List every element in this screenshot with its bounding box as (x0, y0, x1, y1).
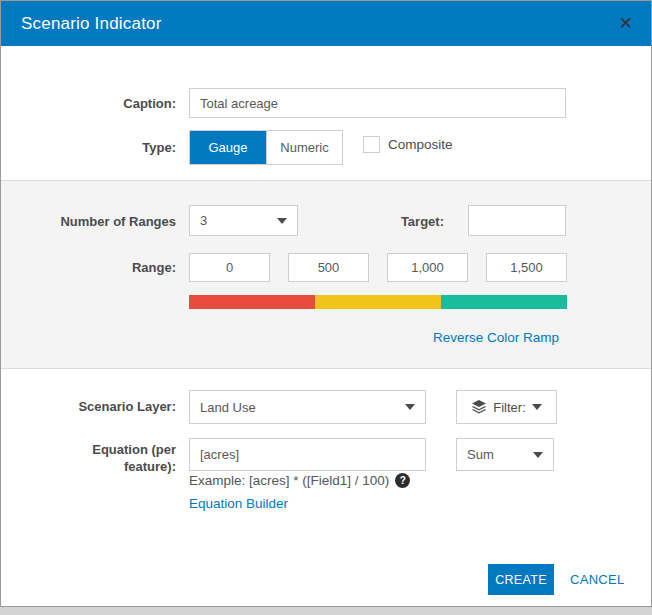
color-ramp-segment-green (441, 295, 567, 309)
color-ramp-segment-yellow (315, 295, 441, 309)
equation-example-row: Example: [acres] * ([Field1] / 100) ? (189, 473, 410, 488)
color-ramp-segment-red (189, 295, 315, 309)
range-input-3[interactable] (387, 253, 468, 282)
number-of-ranges-value: 3 (200, 213, 207, 228)
equation-input[interactable] (189, 438, 426, 471)
composite-label: Composite (388, 136, 453, 153)
type-option-gauge[interactable]: Gauge (190, 131, 266, 164)
layers-icon (471, 399, 487, 415)
create-button[interactable]: CREATE (488, 564, 554, 595)
dialog-header: Scenario Indicator ✕ (1, 1, 651, 46)
help-icon[interactable]: ? (395, 473, 410, 488)
close-icon[interactable]: ✕ (615, 1, 637, 46)
scenario-layer-label: Scenario Layer: (1, 390, 176, 424)
composite-checkbox[interactable] (363, 136, 380, 153)
scenario-layer-select[interactable]: Land Use (189, 390, 426, 424)
scenario-indicator-dialog: Scenario Indicator ✕ Caption: Type: Gaug… (0, 0, 652, 607)
dialog-title: Scenario Indicator (21, 1, 162, 46)
target-label: Target: (331, 206, 444, 237)
caption-input[interactable] (189, 88, 566, 118)
aggregation-select[interactable]: Sum (456, 438, 554, 471)
chevron-down-icon (533, 452, 543, 458)
equation-example-text: Example: [acres] * ([Field1] / 100) (189, 473, 389, 488)
range-input-2[interactable] (288, 253, 369, 282)
caption-label: Caption: (1, 89, 176, 118)
color-ramp (189, 295, 567, 309)
page: { "colors": { "accent": "#0079c1", "ramp… (0, 0, 652, 615)
range-label: Range: (1, 253, 176, 282)
chevron-down-icon (405, 404, 415, 410)
filter-button-label: Filter: (493, 400, 526, 415)
type-label: Type: (1, 131, 176, 164)
number-of-ranges-label: Number of Ranges (1, 206, 176, 237)
scenario-layer-value: Land Use (200, 400, 256, 415)
chevron-down-icon (532, 404, 542, 410)
equation-label: Equation (per feature): (56, 441, 176, 475)
reverse-color-ramp-link[interactable]: Reverse Color Ramp (433, 330, 559, 345)
range-input-1[interactable] (189, 253, 270, 282)
number-of-ranges-select[interactable]: 3 (189, 205, 298, 236)
reverse-color-ramp-wrap: Reverse Color Ramp (189, 328, 567, 346)
cancel-button[interactable]: CANCEL (570, 564, 625, 595)
type-option-numeric[interactable]: Numeric (266, 131, 342, 164)
target-input[interactable] (468, 205, 566, 236)
range-input-4[interactable] (486, 253, 567, 282)
equation-builder-link[interactable]: Equation Builder (189, 496, 288, 511)
filter-button[interactable]: Filter: (456, 390, 557, 424)
aggregation-value: Sum (467, 447, 494, 462)
chevron-down-icon (277, 218, 287, 224)
type-segmented-control: Gauge Numeric (189, 130, 343, 165)
